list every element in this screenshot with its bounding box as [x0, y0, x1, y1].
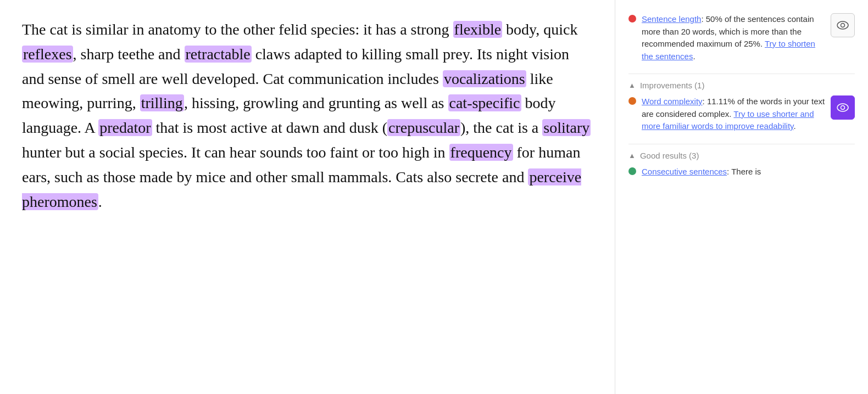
- feedback-item-sentence-length: Sentence length: 50% of the sentences co…: [628, 13, 855, 63]
- consecutive-sentences-text: Consecutive sentences: There is: [642, 166, 855, 178]
- divider-1: [628, 74, 855, 74]
- text-content: The cat is similar in anatomy to the oth…: [0, 0, 615, 394]
- feedback-item-word-complexity: Word complexity: 11.11% of the words in …: [628, 95, 855, 133]
- svg-point-0: [837, 21, 848, 29]
- dot-red-sentence-length: [628, 15, 636, 22]
- consecutive-sentences-description: : There is: [727, 167, 761, 176]
- highlighted-word: predator: [98, 119, 152, 136]
- improvements-header: ▲ Improvements (1): [628, 81, 855, 90]
- highlighted-word: cat-specific: [448, 94, 521, 111]
- dot-green-consecutive-sentences: [628, 167, 636, 175]
- word-complexity-text: Word complexity: 11.11% of the words in …: [642, 95, 825, 133]
- highlighted-word: flexible: [453, 21, 503, 38]
- highlighted-word: solitary: [542, 119, 591, 136]
- eye-icon: [837, 21, 849, 30]
- sentence-length-text: Sentence length: 50% of the sentences co…: [642, 13, 825, 63]
- main-text: The cat is similar in anatomy to the oth…: [22, 18, 593, 214]
- highlighted-word: frequency: [449, 144, 513, 161]
- highlighted-word: perceive pheromones: [22, 168, 581, 210]
- improvements-chevron: ▲: [628, 81, 636, 89]
- svg-point-1: [841, 24, 845, 27]
- word-complexity-eye-button[interactable]: [831, 95, 855, 120]
- svg-point-3: [841, 106, 845, 110]
- highlighted-word: trilling: [140, 94, 184, 111]
- sentence-length-link[interactable]: Sentence length: [642, 14, 701, 24]
- good-results-chevron: ▲: [628, 151, 636, 160]
- good-results-header: ▲ Good results (3): [628, 151, 855, 160]
- highlighted-word: vocalizations: [443, 70, 526, 87]
- eye-icon-active: [837, 103, 849, 112]
- highlighted-word: retractable: [185, 46, 252, 63]
- improvements-label: Improvements (1): [640, 81, 705, 90]
- dot-orange-word-complexity: [628, 97, 636, 105]
- word-complexity-link[interactable]: Word complexity: [642, 97, 703, 106]
- highlighted-word: reflexes: [22, 46, 73, 63]
- sentence-length-eye-button[interactable]: [831, 13, 855, 37]
- feedback-panel: Sentence length: 50% of the sentences co…: [615, 0, 868, 394]
- highlighted-word: crepuscular: [387, 119, 460, 136]
- svg-point-2: [837, 104, 848, 111]
- good-results-label: Good results (3): [640, 151, 699, 160]
- feedback-item-consecutive-sentences: Consecutive sentences: There is: [628, 166, 855, 178]
- divider-2: [628, 144, 855, 144]
- consecutive-sentences-link[interactable]: Consecutive sentences: [642, 167, 727, 176]
